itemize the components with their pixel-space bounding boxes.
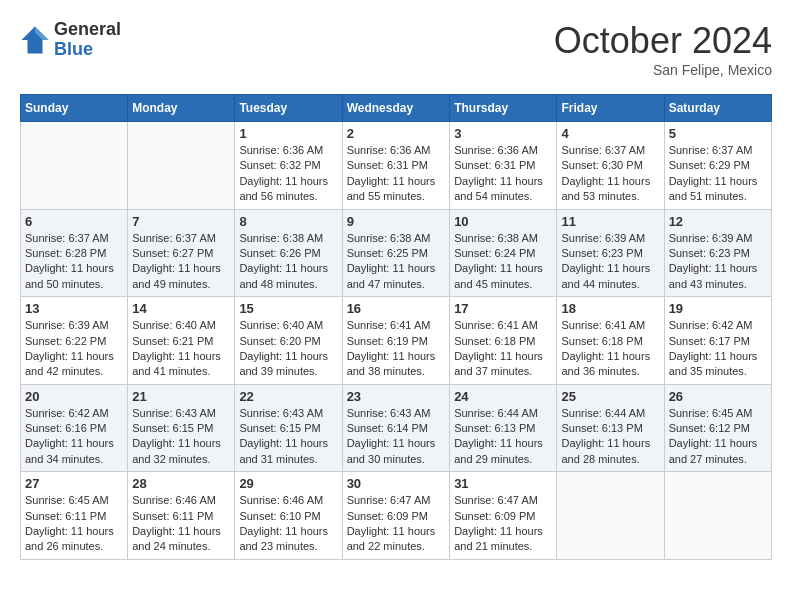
calendar-cell: 20Sunrise: 6:42 AMSunset: 6:16 PMDayligh… <box>21 384 128 472</box>
page-header: General Blue October 2024 San Felipe, Me… <box>20 20 772 78</box>
day-number: 29 <box>239 476 337 491</box>
calendar-cell: 18Sunrise: 6:41 AMSunset: 6:18 PMDayligh… <box>557 297 664 385</box>
day-of-week-header: Thursday <box>450 95 557 122</box>
day-info: Sunrise: 6:37 AMSunset: 6:28 PMDaylight:… <box>25 231 123 293</box>
calendar-cell: 3Sunrise: 6:36 AMSunset: 6:31 PMDaylight… <box>450 122 557 210</box>
day-info: Sunrise: 6:36 AMSunset: 6:31 PMDaylight:… <box>454 143 552 205</box>
day-of-week-header: Saturday <box>664 95 771 122</box>
day-number: 7 <box>132 214 230 229</box>
day-number: 9 <box>347 214 446 229</box>
calendar-cell: 11Sunrise: 6:39 AMSunset: 6:23 PMDayligh… <box>557 209 664 297</box>
day-info: Sunrise: 6:38 AMSunset: 6:25 PMDaylight:… <box>347 231 446 293</box>
calendar-week-row: 13Sunrise: 6:39 AMSunset: 6:22 PMDayligh… <box>21 297 772 385</box>
day-info: Sunrise: 6:38 AMSunset: 6:26 PMDaylight:… <box>239 231 337 293</box>
calendar-cell: 27Sunrise: 6:45 AMSunset: 6:11 PMDayligh… <box>21 472 128 560</box>
logo-icon <box>20 25 50 55</box>
day-info: Sunrise: 6:45 AMSunset: 6:11 PMDaylight:… <box>25 493 123 555</box>
day-info: Sunrise: 6:36 AMSunset: 6:31 PMDaylight:… <box>347 143 446 205</box>
calendar-cell: 13Sunrise: 6:39 AMSunset: 6:22 PMDayligh… <box>21 297 128 385</box>
logo-blue-text: Blue <box>54 40 121 60</box>
day-number: 21 <box>132 389 230 404</box>
day-number: 19 <box>669 301 767 316</box>
day-number: 15 <box>239 301 337 316</box>
day-number: 26 <box>669 389 767 404</box>
calendar-cell: 1Sunrise: 6:36 AMSunset: 6:32 PMDaylight… <box>235 122 342 210</box>
day-number: 22 <box>239 389 337 404</box>
day-number: 14 <box>132 301 230 316</box>
calendar-cell: 24Sunrise: 6:44 AMSunset: 6:13 PMDayligh… <box>450 384 557 472</box>
day-number: 4 <box>561 126 659 141</box>
logo: General Blue <box>20 20 121 60</box>
calendar-week-row: 6Sunrise: 6:37 AMSunset: 6:28 PMDaylight… <box>21 209 772 297</box>
day-info: Sunrise: 6:46 AMSunset: 6:11 PMDaylight:… <box>132 493 230 555</box>
day-info: Sunrise: 6:36 AMSunset: 6:32 PMDaylight:… <box>239 143 337 205</box>
day-info: Sunrise: 6:37 AMSunset: 6:29 PMDaylight:… <box>669 143 767 205</box>
day-info: Sunrise: 6:39 AMSunset: 6:23 PMDaylight:… <box>561 231 659 293</box>
calendar-cell: 2Sunrise: 6:36 AMSunset: 6:31 PMDaylight… <box>342 122 450 210</box>
day-info: Sunrise: 6:45 AMSunset: 6:12 PMDaylight:… <box>669 406 767 468</box>
day-info: Sunrise: 6:38 AMSunset: 6:24 PMDaylight:… <box>454 231 552 293</box>
day-info: Sunrise: 6:43 AMSunset: 6:15 PMDaylight:… <box>132 406 230 468</box>
calendar-cell: 15Sunrise: 6:40 AMSunset: 6:20 PMDayligh… <box>235 297 342 385</box>
day-of-week-header: Sunday <box>21 95 128 122</box>
day-info: Sunrise: 6:42 AMSunset: 6:16 PMDaylight:… <box>25 406 123 468</box>
day-info: Sunrise: 6:43 AMSunset: 6:15 PMDaylight:… <box>239 406 337 468</box>
calendar-cell: 4Sunrise: 6:37 AMSunset: 6:30 PMDaylight… <box>557 122 664 210</box>
calendar-cell: 9Sunrise: 6:38 AMSunset: 6:25 PMDaylight… <box>342 209 450 297</box>
calendar-week-row: 20Sunrise: 6:42 AMSunset: 6:16 PMDayligh… <box>21 384 772 472</box>
day-number: 12 <box>669 214 767 229</box>
calendar-cell <box>128 122 235 210</box>
month-title: October 2024 <box>554 20 772 62</box>
calendar-week-row: 1Sunrise: 6:36 AMSunset: 6:32 PMDaylight… <box>21 122 772 210</box>
day-info: Sunrise: 6:42 AMSunset: 6:17 PMDaylight:… <box>669 318 767 380</box>
day-number: 30 <box>347 476 446 491</box>
logo-text: General Blue <box>54 20 121 60</box>
calendar-cell: 30Sunrise: 6:47 AMSunset: 6:09 PMDayligh… <box>342 472 450 560</box>
day-of-week-header: Tuesday <box>235 95 342 122</box>
day-number: 28 <box>132 476 230 491</box>
day-number: 23 <box>347 389 446 404</box>
day-info: Sunrise: 6:40 AMSunset: 6:20 PMDaylight:… <box>239 318 337 380</box>
day-info: Sunrise: 6:44 AMSunset: 6:13 PMDaylight:… <box>454 406 552 468</box>
calendar-week-row: 27Sunrise: 6:45 AMSunset: 6:11 PMDayligh… <box>21 472 772 560</box>
calendar-cell: 8Sunrise: 6:38 AMSunset: 6:26 PMDaylight… <box>235 209 342 297</box>
day-info: Sunrise: 6:47 AMSunset: 6:09 PMDaylight:… <box>454 493 552 555</box>
calendar-cell: 5Sunrise: 6:37 AMSunset: 6:29 PMDaylight… <box>664 122 771 210</box>
calendar-cell: 28Sunrise: 6:46 AMSunset: 6:11 PMDayligh… <box>128 472 235 560</box>
day-number: 24 <box>454 389 552 404</box>
day-of-week-header: Friday <box>557 95 664 122</box>
calendar-cell: 29Sunrise: 6:46 AMSunset: 6:10 PMDayligh… <box>235 472 342 560</box>
calendar-cell: 14Sunrise: 6:40 AMSunset: 6:21 PMDayligh… <box>128 297 235 385</box>
day-number: 18 <box>561 301 659 316</box>
calendar-cell: 21Sunrise: 6:43 AMSunset: 6:15 PMDayligh… <box>128 384 235 472</box>
day-number: 16 <box>347 301 446 316</box>
day-number: 13 <box>25 301 123 316</box>
day-info: Sunrise: 6:37 AMSunset: 6:27 PMDaylight:… <box>132 231 230 293</box>
calendar-cell: 23Sunrise: 6:43 AMSunset: 6:14 PMDayligh… <box>342 384 450 472</box>
calendar-cell: 7Sunrise: 6:37 AMSunset: 6:27 PMDaylight… <box>128 209 235 297</box>
calendar-cell: 16Sunrise: 6:41 AMSunset: 6:19 PMDayligh… <box>342 297 450 385</box>
day-number: 25 <box>561 389 659 404</box>
calendar-cell <box>664 472 771 560</box>
day-info: Sunrise: 6:39 AMSunset: 6:22 PMDaylight:… <box>25 318 123 380</box>
day-info: Sunrise: 6:41 AMSunset: 6:18 PMDaylight:… <box>454 318 552 380</box>
calendar-header-row: SundayMondayTuesdayWednesdayThursdayFrid… <box>21 95 772 122</box>
calendar-table: SundayMondayTuesdayWednesdayThursdayFrid… <box>20 94 772 560</box>
day-info: Sunrise: 6:41 AMSunset: 6:18 PMDaylight:… <box>561 318 659 380</box>
calendar-cell: 19Sunrise: 6:42 AMSunset: 6:17 PMDayligh… <box>664 297 771 385</box>
day-number: 1 <box>239 126 337 141</box>
day-info: Sunrise: 6:40 AMSunset: 6:21 PMDaylight:… <box>132 318 230 380</box>
calendar-cell: 26Sunrise: 6:45 AMSunset: 6:12 PMDayligh… <box>664 384 771 472</box>
day-info: Sunrise: 6:43 AMSunset: 6:14 PMDaylight:… <box>347 406 446 468</box>
calendar-cell: 22Sunrise: 6:43 AMSunset: 6:15 PMDayligh… <box>235 384 342 472</box>
day-number: 10 <box>454 214 552 229</box>
day-number: 6 <box>25 214 123 229</box>
day-number: 17 <box>454 301 552 316</box>
day-number: 20 <box>25 389 123 404</box>
logo-general-text: General <box>54 20 121 40</box>
day-number: 5 <box>669 126 767 141</box>
day-number: 27 <box>25 476 123 491</box>
calendar-cell <box>557 472 664 560</box>
day-number: 8 <box>239 214 337 229</box>
day-info: Sunrise: 6:46 AMSunset: 6:10 PMDaylight:… <box>239 493 337 555</box>
